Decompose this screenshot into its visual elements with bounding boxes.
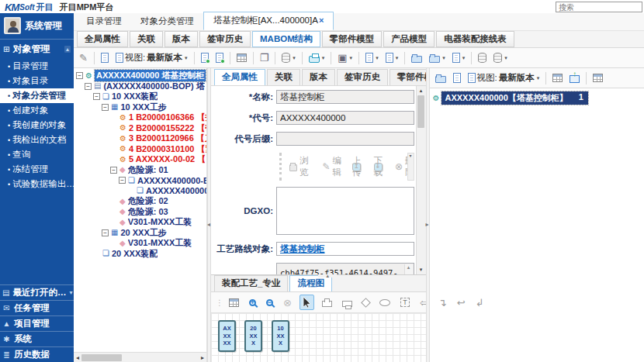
scrollbar-thumb[interactable] — [81, 354, 122, 361]
object-view-tab[interactable]: 签审历史 — [199, 31, 251, 47]
tab-目录管理[interactable]: 目录管理 — [77, 13, 131, 30]
tree-node[interactable]: −◆危险源: 01 — [74, 165, 206, 176]
expand-toggle-icon[interactable]: − — [76, 72, 83, 79]
flow-properties-icon[interactable] — [227, 297, 241, 309]
sidebar-group-object-management[interactable]: ⊞ 对象管理 ▴ — [0, 39, 74, 59]
zoom-in-icon[interactable]: + — [247, 298, 258, 308]
tab-对象分类管理[interactable]: 对象分类管理 — [131, 13, 203, 30]
sidebar-item[interactable]: •冻结管理 — [0, 162, 74, 177]
chevron-down-icon[interactable]: ▾ — [322, 55, 325, 61]
select-cursor-icon[interactable] — [299, 295, 314, 310]
flow-tab[interactable]: 装配工艺_专业 — [214, 275, 288, 291]
object-view-tab[interactable]: 产品模型 — [383, 31, 435, 47]
sidebar-bottom-item[interactable]: ✉任务管理 — [0, 300, 74, 315]
database-icon[interactable]: ▾ — [279, 51, 298, 64]
view-version-selector[interactable]: 视图: 最新版本▾ — [113, 50, 190, 65]
db-edit-icon[interactable]: ▾ — [491, 51, 510, 64]
code-field[interactable] — [276, 111, 414, 125]
tree-node[interactable]: ⚙1 B20000106366 【打 — [74, 112, 206, 123]
import-icon[interactable] — [567, 71, 582, 84]
tree-node[interactable]: ❏AXXXXX400000- — [74, 186, 206, 197]
search-folder-icon[interactable] — [409, 52, 424, 64]
tree-node[interactable]: ◆危险源: 02 — [74, 196, 206, 207]
form-vertical-scrollbar[interactable]: ▴ ▾ — [416, 86, 426, 274]
sidebar-item[interactable]: •对象分类管理 — [0, 88, 74, 103]
object-view-tab[interactable]: 关联 — [130, 31, 163, 47]
arrow-down-icon[interactable]: ↴ — [436, 296, 449, 309]
db-filter-icon[interactable] — [476, 51, 489, 64]
return-arrow-icon[interactable]: ↩ — [455, 296, 468, 309]
tree-node[interactable]: −❏10 XXX装配 — [74, 91, 206, 102]
sidebar-item[interactable]: •对象目录 — [0, 74, 74, 88]
instance-scrollbar[interactable]: ▴ — [404, 264, 413, 274]
panel-resize-handle[interactable]: ▴ — [318, 274, 337, 278]
chevron-down-icon[interactable]: ▾ — [350, 55, 353, 61]
upload-button[interactable]: ↥上传 — [352, 155, 362, 178]
tree-node[interactable]: −⚙AXXXXX400000 塔基控制柜 — [74, 71, 206, 81]
chevron-down-icon[interactable]: ▾ — [442, 55, 445, 61]
subprocess-shape-icon[interactable] — [340, 296, 355, 309]
expand-toggle-icon[interactable]: − — [102, 104, 109, 111]
corner-arrow-icon[interactable]: ↲ — [473, 296, 486, 309]
mini-scrollbar[interactable]: ▾ — [407, 153, 414, 181]
close-icon[interactable]: × — [319, 16, 324, 25]
export-doc-icon[interactable]: ▾ — [363, 51, 381, 64]
object-view-tab[interactable]: 零部件模型 — [322, 31, 383, 47]
sidebar-bottom-item[interactable]: ▤最近打开的…▾ — [0, 284, 74, 300]
part-instance-textarea[interactable]: cbb47f75-f351-4614-9497-79175ff0fa11 ▴ — [276, 263, 414, 274]
tree-node[interactable]: −❏AXXXXX400000-B — [74, 175, 206, 186]
flow-node[interactable]: 10XXX — [272, 320, 289, 352]
scroll-up-icon[interactable]: ▴ — [420, 86, 423, 95]
flow-delete-icon[interactable]: ⊗ — [281, 296, 294, 309]
flowchart-canvas[interactable]: AXXXXX20XXX10XXX — [211, 313, 426, 362]
scroll-right-icon[interactable]: ▸ — [199, 354, 206, 361]
edit-button[interactable]: ✎编辑 — [323, 155, 342, 178]
expand-toggle-icon[interactable]: − — [119, 177, 126, 184]
expand-toggle-icon[interactable]: − — [110, 167, 117, 174]
detail-tab[interactable]: 签审历史 — [337, 69, 388, 85]
chevron-down-icon[interactable]: ▾ — [537, 75, 540, 81]
chevron-down-icon[interactable]: ▾ — [376, 55, 379, 61]
tree-node[interactable]: −▦20 XXX工步 — [74, 228, 206, 239]
table-icon[interactable] — [550, 72, 565, 84]
ellipse-shape-icon[interactable] — [377, 298, 393, 308]
chevron-down-icon[interactable]: ▾ — [396, 55, 399, 61]
tree-node[interactable]: −▤(AXXXXX400000-BOP) 塔 — [74, 81, 206, 92]
copy-icon[interactable]: ❐ — [258, 51, 272, 64]
expand-toggle-icon[interactable]: − — [85, 83, 92, 90]
zoom-out-icon[interactable]: − — [264, 298, 275, 308]
detail-tab[interactable]: 关联 — [267, 69, 300, 85]
chevron-down-icon[interactable]: ▾ — [69, 287, 72, 298]
collapse-arrow-icon[interactable]: ▴ — [64, 46, 71, 53]
decision-shape-icon[interactable] — [360, 298, 372, 308]
sidebar-item[interactable]: •试验数据输出… — [0, 177, 74, 191]
tree-node[interactable]: ◆V301-MXXX工装 — [74, 217, 206, 228]
chevron-down-icon[interactable]: ▾ — [462, 55, 466, 61]
scroll-down-icon[interactable]: ▾ — [420, 265, 423, 274]
sidebar-item[interactable]: •目录管理 — [0, 59, 74, 74]
export-doc2-icon[interactable]: ▾ — [383, 51, 401, 64]
chevron-down-icon[interactable]: ▾ — [293, 55, 296, 61]
sidebar-item[interactable]: •创建对象 — [0, 103, 74, 118]
view-version-selector[interactable]: 视图: 最新版本▾ — [466, 71, 542, 85]
flow-node[interactable]: 20XXX — [244, 320, 262, 352]
search-doc-icon[interactable]: ▾ — [427, 52, 448, 64]
print-icon[interactable]: ▾ — [306, 51, 327, 64]
detail-splitter[interactable] — [426, 68, 430, 362]
open-folder-icon[interactable] — [433, 72, 448, 84]
object-view-tab[interactable]: 电器装配接线表 — [436, 31, 514, 47]
text-tool-icon[interactable]: T — [398, 296, 412, 309]
tree-node[interactable]: ◆危险源: 03 — [74, 207, 206, 218]
table-edit-icon[interactable] — [234, 52, 249, 64]
tab-塔基控制柜[AX...400000]A[interactable]: 塔基控制柜[AX...400000]A× — [203, 12, 334, 30]
sidebar-item[interactable]: •我创建的对象 — [0, 118, 74, 133]
detail-tab[interactable]: 版本 — [302, 69, 335, 85]
download-button[interactable]: ↧下载 — [374, 155, 384, 178]
table2-icon[interactable] — [590, 72, 605, 84]
tree-node[interactable]: ◆V301-MXXX工装 — [74, 238, 206, 249]
package-icon[interactable]: ▣▾ — [335, 51, 355, 64]
scrollbar-thumb[interactable] — [417, 95, 424, 128]
object-view-tab[interactable]: 全局属性 — [77, 31, 128, 47]
name-field[interactable] — [276, 90, 414, 104]
flow-node[interactable]: AXXXXX — [218, 320, 236, 352]
